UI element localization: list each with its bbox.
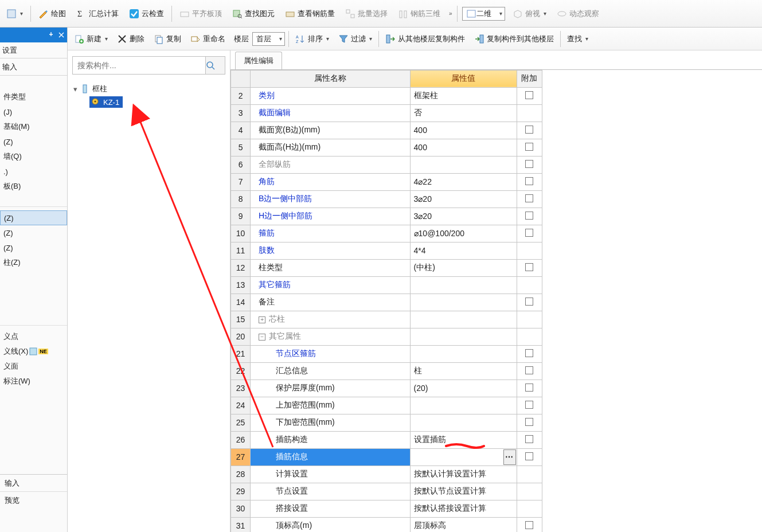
left-item[interactable]: (Z) (0, 240, 67, 255)
property-value-cell[interactable]: 框架柱 (410, 87, 517, 104)
property-name-cell[interactable]: 角筋 (251, 173, 411, 190)
property-value-cell[interactable]: 柱 (410, 362, 517, 380)
rebar-3d-button[interactable]: 钢筋三维 (395, 7, 443, 21)
batch-select-button[interactable]: 批量选择 (342, 7, 390, 21)
toolbar-left-group[interactable]: ▾ (3, 7, 26, 21)
checkbox[interactable] (525, 212, 533, 220)
property-value-cell[interactable]: 按默认搭接设置计算 (410, 500, 517, 517)
property-value-cell[interactable]: 设置插筋 (410, 431, 517, 448)
checkbox[interactable] (525, 91, 533, 99)
property-value-cell[interactable] (410, 294, 517, 311)
property-name-cell[interactable]: 肢数 (251, 242, 411, 259)
attach-cell[interactable] (517, 122, 542, 139)
property-value-cell[interactable]: (中柱) (410, 259, 517, 276)
table-row[interactable]: 7角筋4⌀22 (231, 173, 542, 190)
attach-cell[interactable] (517, 500, 542, 517)
copy-from-floor-button[interactable]: 从其他楼层复制构件 (382, 32, 468, 46)
table-row[interactable]: 20−其它属性 (231, 328, 542, 345)
property-name-cell[interactable]: 截面高(H边)(mm) (251, 139, 411, 156)
left-item[interactable]: (J) (0, 104, 67, 119)
checkbox[interactable] (525, 298, 533, 306)
property-name-cell[interactable]: 插筋信息 (251, 448, 411, 466)
find-button[interactable]: 查找 ▾ (564, 32, 591, 46)
checkbox[interactable] (525, 452, 533, 460)
table-row[interactable]: 29节点设置按默认节点设置计算 (231, 483, 542, 500)
attach-cell[interactable] (517, 242, 542, 259)
attach-cell[interactable] (517, 208, 542, 225)
rename-button[interactable]: 重命名 (187, 32, 228, 46)
checkbox[interactable] (525, 194, 533, 202)
checkbox[interactable] (525, 521, 533, 529)
new-button[interactable]: 新建 ▾ (71, 32, 111, 46)
attach-cell[interactable] (517, 259, 542, 276)
sort-button[interactable]: AZ 排序 ▾ (292, 32, 332, 46)
view-mode-combo[interactable]: 二维 ▾ (462, 7, 505, 21)
left-item[interactable]: (Z) (0, 134, 67, 149)
left-bottom-input[interactable]: 输入 (0, 475, 67, 492)
close-icon[interactable] (58, 32, 65, 38)
attach-cell[interactable] (517, 517, 542, 532)
left-item[interactable]: 基础(M) (0, 119, 67, 134)
table-row[interactable]: 10箍筋⌀10@100/200 (231, 225, 542, 242)
left-title-input[interactable]: 输入 (0, 58, 67, 76)
table-row[interactable]: 30搭接设置按默认搭接设置计算 (231, 500, 542, 517)
table-row[interactable]: 8B边一侧中部筋3⌀20 (231, 190, 542, 208)
collapse-icon[interactable]: − (259, 334, 265, 341)
left-item[interactable]: 柱(Z) (0, 255, 67, 270)
property-value-cell[interactable] (410, 328, 517, 345)
property-name-cell[interactable]: 截面宽(B边)(mm) (251, 122, 411, 139)
search-input[interactable] (73, 57, 205, 74)
table-row[interactable]: 11肢数4*4 (231, 242, 542, 259)
table-row[interactable]: 27插筋信息⋯ (231, 448, 542, 466)
attach-cell[interactable] (517, 156, 542, 173)
overlook-button[interactable]: 俯视 ▾ (510, 7, 549, 21)
checkbox[interactable] (525, 349, 533, 357)
col-header-value[interactable]: 属性值 (410, 70, 517, 87)
property-name-cell[interactable]: 下加密范围(mm) (251, 414, 411, 431)
property-value-cell[interactable] (410, 397, 517, 414)
property-value-cell[interactable]: 4*4 (410, 242, 517, 259)
property-name-cell[interactable]: 节点设置 (251, 483, 411, 500)
table-row[interactable]: 6全部纵筋 (231, 156, 542, 173)
left-item[interactable]: 标注(W) (0, 374, 67, 389)
table-row[interactable]: 12柱类型(中柱) (231, 259, 542, 276)
attach-cell[interactable] (517, 448, 542, 466)
left-item[interactable]: 墙(Q) (0, 149, 67, 164)
attach-cell[interactable] (517, 431, 542, 448)
property-value-cell[interactable] (410, 156, 517, 173)
left-item[interactable]: 板(B) (0, 179, 67, 194)
property-value-cell[interactable]: ⋯ (410, 448, 517, 466)
table-row[interactable]: 31顶标高(m)层顶标高 (231, 517, 542, 532)
table-row[interactable]: 23保护层厚度(mm)(20) (231, 380, 542, 397)
attach-cell[interactable] (517, 362, 542, 380)
checkbox[interactable] (525, 418, 533, 426)
align-slab-top-button[interactable]: 平齐板顶 (177, 7, 225, 21)
property-value-cell[interactable]: 按默认节点设置计算 (410, 483, 517, 500)
view-rebar-qty-button[interactable]: 查看钢筋量 (282, 7, 338, 21)
checkbox[interactable] (525, 401, 533, 409)
col-header-name[interactable]: 属性名称 (251, 70, 411, 87)
attach-cell[interactable] (517, 397, 542, 414)
attach-cell[interactable] (517, 328, 542, 345)
left-item[interactable]: .) (0, 164, 67, 179)
left-title-settings[interactable]: 设置 (0, 42, 67, 58)
cloud-check-button[interactable]: 云检查 (126, 7, 167, 21)
table-row[interactable]: 15+芯柱 (231, 311, 542, 328)
checkbox[interactable] (525, 160, 533, 168)
property-value-cell[interactable]: (20) (410, 380, 517, 397)
table-row[interactable]: 9H边一侧中部筋3⌀20 (231, 208, 542, 225)
attach-cell[interactable] (517, 483, 542, 500)
property-name-cell[interactable]: 汇总信息 (251, 362, 411, 380)
property-name-cell[interactable]: 上加密范围(mm) (251, 397, 411, 414)
property-name-cell[interactable]: 箍筋 (251, 225, 411, 242)
copy-button[interactable]: 复制 (151, 32, 184, 46)
attach-cell[interactable] (517, 466, 542, 483)
dyn-observe-button[interactable]: 动态观察 (554, 7, 602, 21)
property-name-cell[interactable]: H边一侧中部筋 (251, 208, 411, 225)
tree-root-node[interactable]: ▾ 框柱 (72, 83, 225, 95)
attach-cell[interactable] (517, 139, 542, 156)
checkbox[interactable] (525, 384, 533, 392)
tree-leaf-selected[interactable]: KZ-1 (89, 96, 123, 108)
property-value-cell[interactable]: 否 (410, 104, 517, 122)
property-value-cell[interactable] (410, 311, 517, 328)
